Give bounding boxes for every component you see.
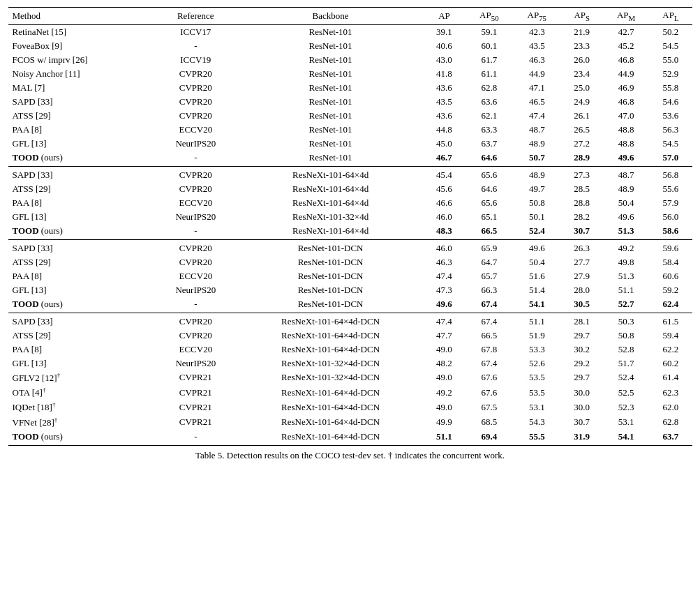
cell-ap: 49.0 <box>423 400 465 414</box>
cell-apl: 62.4 <box>649 297 692 313</box>
cell-apm: 48.8 <box>603 123 649 137</box>
cell-backbone: ResNet-101 <box>238 53 423 67</box>
cell-aps: 28.5 <box>561 182 603 196</box>
table-row: GFL [13]NeurIPS20ResNet-101-DCN47.366.35… <box>8 283 692 297</box>
table-row: TOOD (ours)-ResNet-10146.764.650.728.949… <box>8 151 692 167</box>
cell-reference: CVPR20 <box>154 313 238 329</box>
col-ap50: AP50 <box>466 8 513 25</box>
cell-aps: 21.9 <box>561 24 603 39</box>
cell-ap: 47.4 <box>423 313 465 329</box>
cell-ap75: 54.3 <box>513 415 560 430</box>
table-caption: Table 5. Detection results on the COCO t… <box>8 446 692 461</box>
cell-ap: 48.3 <box>423 224 465 240</box>
cell-ap50: 62.8 <box>466 81 513 95</box>
cell-ap75: 51.4 <box>513 283 560 297</box>
cell-method: ATSS [29] <box>8 329 154 343</box>
cell-apl: 62.3 <box>649 385 692 400</box>
cell-ap75: 51.9 <box>513 329 560 343</box>
cell-ap75: 53.5 <box>513 385 560 400</box>
cell-method: PAA [8] <box>8 269 154 283</box>
cell-backbone: ResNeXt-101-64×4d <box>238 166 423 182</box>
cell-ap50: 66.3 <box>466 283 513 297</box>
cell-ap: 49.0 <box>423 343 465 357</box>
table-row: GFL [13]NeurIPS20ResNeXt-101-32×4d46.065… <box>8 210 692 224</box>
cell-ap: 49.0 <box>423 370 465 385</box>
table-row: SAPD [33]CVPR20ResNeXt-101-64×4d45.465.6… <box>8 166 692 182</box>
cell-ap75: 48.9 <box>513 137 560 151</box>
cell-aps: 27.2 <box>561 137 603 151</box>
cell-ap50: 67.5 <box>466 400 513 414</box>
cell-apl: 59.6 <box>649 239 692 255</box>
cell-aps: 28.1 <box>561 313 603 329</box>
cell-ap: 49.6 <box>423 297 465 313</box>
cell-aps: 27.3 <box>561 166 603 182</box>
cell-apl: 59.4 <box>649 329 692 343</box>
cell-backbone: ResNet-101-DCN <box>238 283 423 297</box>
cell-ap75: 50.1 <box>513 210 560 224</box>
cell-backbone: ResNeXt-101-64×4d <box>238 182 423 196</box>
cell-ap: 43.6 <box>423 81 465 95</box>
cell-ap50: 62.1 <box>466 109 513 123</box>
cell-method: FCOS w/ imprv [26] <box>8 53 154 67</box>
cell-method: TOOD (ours) <box>8 224 154 240</box>
cell-aps: 27.7 <box>561 255 603 269</box>
cell-apm: 51.7 <box>603 357 649 370</box>
cell-backbone: ResNet-101 <box>238 24 423 39</box>
cell-ap75: 49.7 <box>513 182 560 196</box>
cell-ap75: 46.3 <box>513 53 560 67</box>
cell-backbone: ResNet-101-DCN <box>238 297 423 313</box>
table-row: IQDet [18]†CVPR21ResNeXt-101-64×4d-DCN49… <box>8 400 692 414</box>
cell-method: GFLV2 [12]† <box>8 370 154 385</box>
col-ap75: AP75 <box>513 8 560 25</box>
cell-method: GFL [13] <box>8 357 154 370</box>
cell-method: VFNet [28]† <box>8 415 154 430</box>
cell-aps: 30.0 <box>561 400 603 414</box>
cell-apm: 52.5 <box>603 385 649 400</box>
cell-method: GFL [13] <box>8 137 154 151</box>
cell-ap: 49.9 <box>423 415 465 430</box>
cell-aps: 30.7 <box>561 224 603 240</box>
cell-ap50: 65.7 <box>466 269 513 283</box>
cell-backbone: ResNeXt-101-64×4d-DCN <box>238 415 423 430</box>
cell-backbone: ResNet-101 <box>238 81 423 95</box>
cell-aps: 28.9 <box>561 151 603 167</box>
table-row: Noisy Anchor [11]CVPR20ResNet-10141.861.… <box>8 67 692 81</box>
cell-apm: 52.4 <box>603 370 649 385</box>
cell-apm: 49.8 <box>603 255 649 269</box>
cell-apl: 63.7 <box>649 430 692 446</box>
cell-ap50: 59.1 <box>466 24 513 39</box>
cell-ap: 43.5 <box>423 95 465 109</box>
cell-apm: 52.3 <box>603 400 649 414</box>
cell-apm: 44.9 <box>603 67 649 81</box>
cell-ap50: 61.1 <box>466 67 513 81</box>
col-method: Method <box>8 8 154 25</box>
cell-ap: 46.0 <box>423 239 465 255</box>
results-table: Method Reference Backbone AP AP50 AP75 A… <box>8 7 692 446</box>
cell-backbone: ResNeXt-101-64×4d-DCN <box>238 385 423 400</box>
cell-reference: CVPR20 <box>154 95 238 109</box>
cell-method: TOOD (ours) <box>8 297 154 313</box>
cell-apl: 57.9 <box>649 196 692 210</box>
table-row: TOOD (ours)-ResNet-101-DCN49.667.454.130… <box>8 297 692 313</box>
cell-apm: 51.3 <box>603 269 649 283</box>
cell-apl: 56.0 <box>649 210 692 224</box>
cell-ap50: 63.6 <box>466 95 513 109</box>
cell-ap: 44.8 <box>423 123 465 137</box>
cell-ap50: 67.4 <box>466 313 513 329</box>
cell-ap75: 48.7 <box>513 123 560 137</box>
cell-aps: 26.0 <box>561 53 603 67</box>
cell-backbone: ResNet-101 <box>238 137 423 151</box>
cell-ap75: 53.5 <box>513 370 560 385</box>
cell-ap75: 55.5 <box>513 430 560 446</box>
cell-ap75: 47.1 <box>513 81 560 95</box>
cell-backbone: ResNeXt-101-32×4d-DCN <box>238 357 423 370</box>
cell-ap75: 53.3 <box>513 343 560 357</box>
cell-apl: 62.2 <box>649 343 692 357</box>
cell-apl: 54.6 <box>649 95 692 109</box>
cell-method: SAPD [33] <box>8 239 154 255</box>
cell-method: TOOD (ours) <box>8 151 154 167</box>
cell-ap75: 53.1 <box>513 400 560 414</box>
cell-apm: 51.1 <box>603 283 649 297</box>
cell-reference: - <box>154 430 238 446</box>
cell-ap75: 52.4 <box>513 224 560 240</box>
